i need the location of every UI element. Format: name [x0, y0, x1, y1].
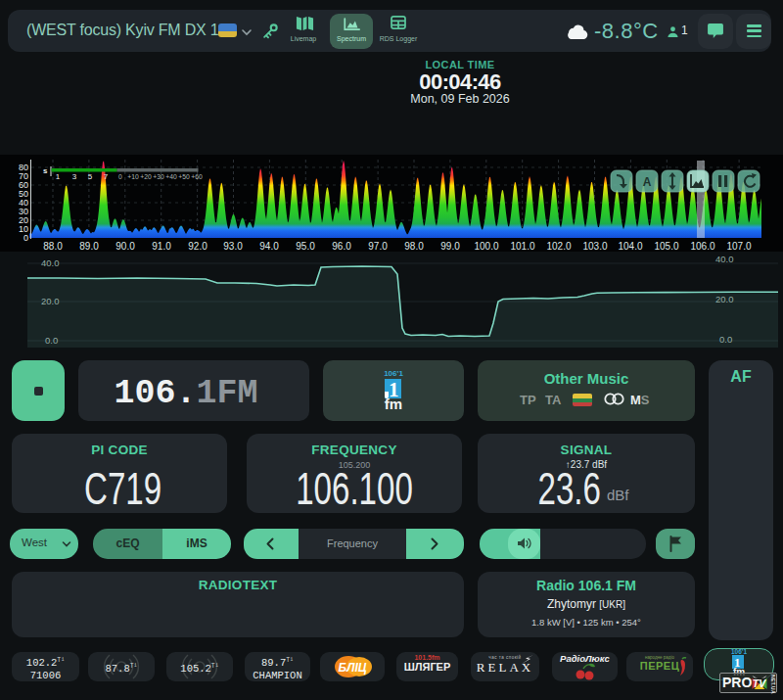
svg-text:0.0: 0.0: [45, 335, 58, 346]
svg-text:БЛІЦ: БЛІЦ: [339, 661, 367, 675]
svg-text:20.0: 20.0: [715, 294, 734, 304]
svg-text:0.0: 0.0: [719, 334, 732, 345]
svg-text:20.0: 20.0: [41, 296, 60, 306]
svg-text:TV: TV: [753, 677, 766, 689]
svg-text:40.0: 40.0: [715, 254, 734, 264]
svg-text:40.0: 40.0: [41, 257, 60, 268]
